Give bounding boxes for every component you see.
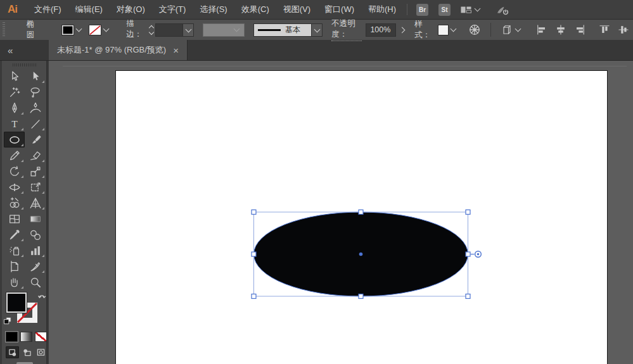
stroke-width-value[interactable] xyxy=(155,23,183,37)
tool-gradient[interactable] xyxy=(25,211,46,227)
stock-button[interactable]: St xyxy=(438,4,451,16)
stroke-panel-link[interactable]: 描边： xyxy=(126,18,144,41)
tool-pen[interactable] xyxy=(4,100,25,116)
opacity-panel-link[interactable]: 不透明度： xyxy=(331,18,362,41)
shaper-tool-icon xyxy=(8,149,22,163)
stroke-width-select[interactable] xyxy=(155,23,194,37)
gpu-performance-button[interactable] xyxy=(495,4,509,15)
tool-eraser[interactable] xyxy=(25,147,46,163)
selection-handle-bottom-center[interactable] xyxy=(359,294,363,299)
brush-stroke-preview xyxy=(258,29,281,31)
tool-lasso[interactable] xyxy=(25,84,46,100)
stroke-color-button[interactable] xyxy=(89,25,111,35)
symbol-sprayer-tool-icon xyxy=(8,244,22,258)
tool-free-transform[interactable] xyxy=(25,179,46,195)
tool-artboard[interactable] xyxy=(4,258,25,274)
context-label: 椭圆 xyxy=(27,19,39,41)
draw-inside-button[interactable] xyxy=(34,346,48,358)
tool-shape-builder[interactable] xyxy=(4,195,25,211)
tool-paintbrush[interactable] xyxy=(25,132,46,147)
stroke-width-dropdown-button[interactable] xyxy=(183,23,194,37)
selection-handle-top-right[interactable] xyxy=(466,210,470,215)
tool-selection[interactable] xyxy=(4,68,25,84)
tool-symbol-sprayer[interactable] xyxy=(4,242,25,258)
tool-slice[interactable] xyxy=(25,258,46,274)
draw-normal-icon xyxy=(8,348,17,356)
tool-blend[interactable] xyxy=(25,227,46,242)
menu-item-select[interactable]: 选择(S) xyxy=(193,0,234,19)
selection-handle-top-center[interactable] xyxy=(359,210,363,215)
menu-item-type[interactable]: 文字(T) xyxy=(152,0,193,19)
menu-item-view[interactable]: 视图(V) xyxy=(276,0,317,19)
selection-handle-middle-left[interactable] xyxy=(252,252,256,256)
fill-color-button[interactable] xyxy=(61,25,84,35)
graphic-style-button[interactable] xyxy=(438,25,458,35)
tool-scale[interactable] xyxy=(25,163,46,179)
horizontal-align-right-button[interactable] xyxy=(573,23,586,36)
controlbar-grip[interactable] xyxy=(3,22,5,37)
horizontal-align-left-button[interactable] xyxy=(535,23,548,36)
stroke-width-stepper[interactable] xyxy=(150,26,153,34)
shape-options-button[interactable] xyxy=(501,23,523,36)
control-bar: 椭圆 描边： 基本 xyxy=(0,19,633,40)
tool-zoom[interactable] xyxy=(25,274,46,290)
tool-shaper[interactable] xyxy=(4,147,25,163)
gradient-button[interactable] xyxy=(20,332,32,342)
tool-type[interactable]: T xyxy=(4,116,25,132)
toolbar-grip[interactable] xyxy=(2,61,48,68)
draw-behind-button[interactable] xyxy=(20,346,34,358)
brush-dropdown-button[interactable] xyxy=(312,23,323,37)
paintbrush-tool-icon xyxy=(29,133,42,147)
zoom-tool-icon xyxy=(29,275,42,289)
tool-direct-selection[interactable] xyxy=(25,68,46,84)
chevron-down-icon xyxy=(103,26,110,32)
menu-item-help[interactable]: 帮助(H) xyxy=(361,0,403,19)
opacity-dropdown-button[interactable] xyxy=(400,28,404,32)
tab-close-button[interactable]: × xyxy=(173,46,179,55)
vertical-align-center-icon xyxy=(617,23,630,36)
vertical-align-center-button[interactable] xyxy=(617,23,630,36)
eyedropper-tool-icon xyxy=(8,228,22,242)
color-button[interactable] xyxy=(6,332,18,342)
tool-curvature[interactable] xyxy=(25,100,46,116)
document-tab[interactable]: 未标题-1* @ 97% (RGB/预览) × xyxy=(49,40,188,60)
selection-handle-bottom-left[interactable] xyxy=(252,294,256,299)
tool-magic-wand[interactable] xyxy=(4,84,25,100)
default-fill-stroke-icon[interactable] xyxy=(3,317,12,325)
menu-item-object[interactable]: 对象(O) xyxy=(110,0,152,19)
workspace-switcher-button[interactable] xyxy=(459,4,482,15)
gpu-performance-icon xyxy=(495,4,509,15)
tool-perspective-grid[interactable] xyxy=(25,195,46,211)
selection-center-point[interactable] xyxy=(359,253,363,256)
none-button[interactable] xyxy=(35,332,47,342)
menu-item-effect[interactable]: 效果(C) xyxy=(234,0,276,19)
bridge-button[interactable]: Br xyxy=(416,4,428,16)
fill-color-proxy[interactable] xyxy=(6,292,27,313)
tool-line-segment[interactable] xyxy=(25,116,46,132)
menu-item-file[interactable]: 文件(F) xyxy=(27,0,68,19)
menu-item-window[interactable]: 窗口(W) xyxy=(317,0,361,19)
tool-ellipse[interactable] xyxy=(4,132,25,147)
tool-mesh[interactable] xyxy=(4,211,25,227)
recolor-artwork-button[interactable] xyxy=(468,23,481,36)
tool-eyedropper[interactable] xyxy=(4,227,25,242)
opacity-input[interactable]: 100% xyxy=(366,23,396,37)
selection-handle-bottom-right[interactable] xyxy=(466,294,470,299)
brush-definition-select[interactable]: 基本 xyxy=(253,23,323,37)
vertical-align-top-button[interactable] xyxy=(598,23,611,36)
selection-handle-top-left[interactable] xyxy=(252,210,256,215)
draw-normal-button[interactable] xyxy=(6,346,19,358)
horizontal-align-center-button[interactable] xyxy=(554,23,567,36)
chevron-down-icon xyxy=(451,26,457,32)
selection-tool-icon xyxy=(8,70,22,84)
canvas-area[interactable] xyxy=(49,61,633,364)
selection-handle-middle-right[interactable] xyxy=(466,252,470,256)
dock-collapse-button[interactable]: « xyxy=(8,46,13,55)
swap-fill-stroke-icon[interactable] xyxy=(37,292,46,299)
menu-item-edit[interactable]: 编辑(E) xyxy=(68,0,110,19)
tool-column-graph[interactable] xyxy=(25,242,46,258)
tool-hand[interactable] xyxy=(4,274,25,290)
tool-rotate[interactable] xyxy=(4,163,25,179)
curvature-tool-icon xyxy=(29,101,42,115)
tool-width[interactable] xyxy=(4,179,25,195)
